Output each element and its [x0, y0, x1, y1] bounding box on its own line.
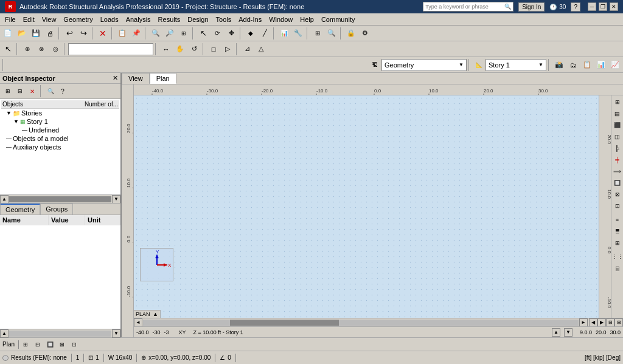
oi-scroll-up[interactable]: ▲: [0, 195, 9, 204]
rt-btn-13[interactable]: ⊞: [612, 238, 623, 249]
snap3-btn[interactable]: ◎: [49, 43, 62, 56]
list-item[interactable]: — Undefined: [1, 126, 119, 134]
menu-design[interactable]: Design: [184, 15, 212, 24]
menu-view[interactable]: View: [38, 15, 60, 24]
menu-file[interactable]: File: [1, 15, 19, 24]
save-btn[interactable]: 💾: [29, 27, 43, 40]
story-tools-1[interactable]: 📸: [552, 58, 566, 72]
snap2-btn[interactable]: ⊗: [35, 43, 48, 56]
list-item[interactable]: ▼ ▦ Story 1: [1, 117, 119, 126]
side-btn[interactable]: ▷: [221, 43, 234, 56]
pan-btn[interactable]: ✋: [173, 43, 187, 56]
rt-btn-11[interactable]: ≡: [612, 215, 623, 225]
rt-btn-10[interactable]: ⊡: [612, 201, 623, 211]
story-tools-5[interactable]: 📈: [608, 58, 622, 72]
undo-btn[interactable]: ↩: [63, 27, 76, 40]
story-dropdown[interactable]: Story 1 ▼: [486, 59, 546, 71]
story-tools-3[interactable]: 📋: [580, 58, 594, 72]
print-btn[interactable]: 🖨: [43, 27, 57, 40]
story-tools-2[interactable]: 🗂: [566, 58, 580, 72]
tab-groups[interactable]: Groups: [40, 204, 73, 215]
align2-btn[interactable]: △: [254, 43, 268, 56]
menu-geometry[interactable]: Geometry: [60, 15, 96, 24]
snap1-btn[interactable]: ⊕: [21, 43, 34, 56]
oi-scroll[interactable]: ▲ ▼: [0, 194, 120, 203]
rotate-btn[interactable]: ⟳: [211, 27, 224, 40]
tab-geometry[interactable]: Geometry: [0, 204, 40, 215]
menu-edit[interactable]: Edit: [19, 15, 38, 24]
results-btn[interactable]: 📊: [277, 27, 291, 40]
rt-btn-9[interactable]: ⊠: [612, 189, 623, 200]
props-scroll-up[interactable]: ▲: [0, 329, 9, 338]
cursor-btn[interactable]: ↖: [1, 43, 15, 56]
maximize-btn[interactable]: ❐: [599, 2, 607, 11]
inspector-btn[interactable]: 🔍: [325, 27, 338, 40]
story-tools-4[interactable]: 📊: [594, 58, 608, 72]
hscroll-extra-1[interactable]: ◀: [589, 318, 597, 327]
rt-btn-14[interactable]: ⋮⋮: [612, 252, 623, 263]
zoom-fit-btn[interactable]: ⊞: [177, 27, 190, 40]
rt-btn-3[interactable]: ⬛: [612, 120, 623, 131]
menu-results[interactable]: Results: [155, 15, 184, 24]
props-scroll-down[interactable]: ▼: [112, 329, 120, 338]
menu-loads[interactable]: Loads: [97, 15, 122, 24]
input-field[interactable]: [68, 43, 153, 55]
lock-btn[interactable]: 🔒: [344, 27, 358, 40]
oi-search-btn[interactable]: 🔍: [45, 86, 56, 97]
tab-view[interactable]: View: [122, 73, 150, 84]
select-btn[interactable]: ↖: [197, 27, 210, 40]
rt-btn-7[interactable]: ⟹: [612, 166, 623, 177]
canvas-scroll-up[interactable]: ▲: [552, 328, 560, 337]
props-scroll-track[interactable]: [9, 331, 111, 337]
zoom-in-btn[interactable]: 🔍: [149, 27, 162, 40]
oi-expand-btn[interactable]: ⊞: [2, 86, 13, 97]
oi-scroll-thumb[interactable]: [9, 196, 111, 202]
table-btn[interactable]: ⊞: [311, 27, 324, 40]
menu-community[interactable]: Community: [318, 15, 359, 24]
zoom-out-btn[interactable]: 🔎: [163, 27, 176, 40]
move-btn[interactable]: ✥: [224, 27, 238, 40]
tab-plan[interactable]: Plan: [150, 73, 176, 84]
hscroll-track[interactable]: [143, 320, 579, 326]
oi-collapse-btn[interactable]: ⊟: [15, 86, 26, 97]
rt-btn-2[interactable]: ▤: [612, 108, 623, 119]
bot-tb-btn-1[interactable]: ⊞: [20, 339, 31, 350]
move2-btn[interactable]: ↔: [159, 43, 173, 56]
hscroll-left-btn[interactable]: ◄: [134, 318, 142, 327]
menu-help[interactable]: Help: [296, 15, 318, 24]
plan-expand-btn[interactable]: ▲: [153, 311, 158, 317]
rotate2-btn[interactable]: ↺: [187, 43, 201, 56]
rt-btn-1[interactable]: ⊞: [612, 97, 623, 108]
sign-in-btn[interactable]: Sign In: [518, 2, 545, 12]
bar-btn[interactable]: ╱: [258, 27, 271, 40]
oi-delete-btn[interactable]: ✕: [27, 86, 38, 97]
rt-btn-5[interactable]: ╠: [612, 143, 623, 154]
open-btn[interactable]: 📂: [15, 27, 29, 40]
oi-help-btn[interactable]: ?: [57, 86, 68, 97]
hscroll-thumb[interactable]: [230, 320, 339, 326]
bot-tb-btn-5[interactable]: ⊡: [69, 339, 80, 350]
menu-analysis[interactable]: Analysis: [122, 15, 155, 24]
rt-btn-8[interactable]: 🔲: [612, 177, 623, 188]
props-scroll[interactable]: ▲ ▼: [0, 329, 120, 337]
oi-scroll-down[interactable]: ▼: [112, 195, 120, 204]
design-btn[interactable]: 🔧: [291, 27, 305, 40]
close-btn[interactable]: ✕: [610, 2, 618, 11]
delete-btn[interactable]: ✕: [96, 27, 110, 40]
coord-input[interactable]: [71, 46, 151, 52]
redo-btn[interactable]: ↪: [77, 27, 90, 40]
geometry-dropdown[interactable]: Geometry ▼: [381, 59, 467, 71]
align1-btn[interactable]: ⊿: [240, 43, 254, 56]
h-scrollbar[interactable]: ◄ ► ◀ ▶ ⊟ ⊞: [134, 318, 623, 326]
bot-tb-btn-2[interactable]: ⊟: [32, 339, 43, 350]
minimize-btn[interactable]: ─: [588, 2, 596, 11]
settings-btn[interactable]: ⚙: [358, 27, 372, 40]
menu-addins[interactable]: Add-Ins: [235, 15, 265, 24]
bot-tb-btn-3[interactable]: 🔲: [44, 339, 55, 350]
hscroll-extra-3[interactable]: ⊟: [606, 318, 614, 327]
front-btn[interactable]: □: [207, 43, 220, 56]
rt-btn-12[interactable]: ≣: [612, 226, 623, 237]
hscroll-extra-2[interactable]: ▶: [597, 318, 606, 327]
paste-btn[interactable]: 📌: [130, 27, 143, 40]
menu-tools[interactable]: Tools: [212, 15, 235, 24]
